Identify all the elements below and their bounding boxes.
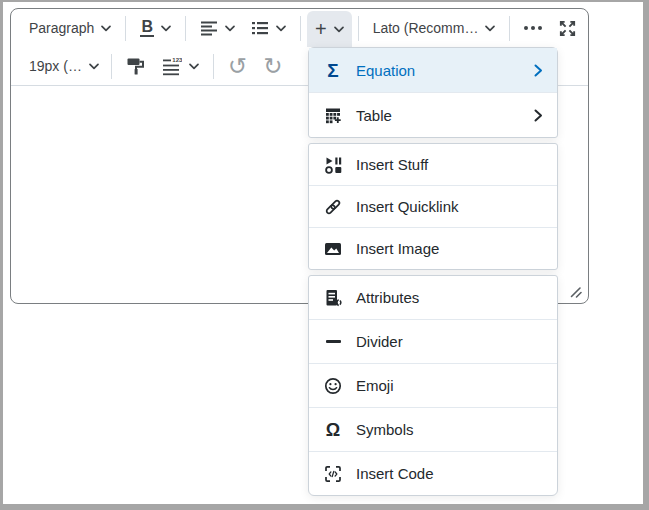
- chevron-down-icon: [189, 63, 199, 70]
- toolbar-separator: [185, 16, 186, 41]
- attributes-page-icon: [323, 289, 343, 307]
- menu-item-insert-quicklink[interactable]: Insert Quicklink: [309, 185, 557, 227]
- menu-item-insert-stuff[interactable]: Insert Stuff: [309, 144, 557, 185]
- menu-item-divider[interactable]: Divider: [309, 319, 557, 363]
- menu-item-label: Symbols: [356, 421, 414, 438]
- toolbar-row-1: Paragraph B: [11, 9, 588, 47]
- chevron-down-icon: [89, 63, 99, 70]
- editor-window: Paragraph B: [0, 0, 649, 510]
- menu-group-1: Σ Equation: [308, 47, 558, 138]
- image-icon: [323, 240, 343, 258]
- font-family-dropdown[interactable]: Lato (Recomm…: [365, 12, 503, 44]
- code-brackets-icon: [323, 465, 343, 483]
- menu-item-label: Equation: [356, 62, 415, 79]
- menu-item-label: Insert Image: [356, 240, 439, 257]
- resize-handle[interactable]: [569, 285, 583, 299]
- menu-item-label: Table: [356, 107, 392, 124]
- redo-button[interactable]: ↻: [255, 50, 290, 82]
- menu-item-label: Insert Stuff: [356, 156, 428, 173]
- toolbar-separator: [125, 16, 126, 41]
- toolbar-separator: [358, 16, 359, 41]
- list-dropdown-button[interactable]: [243, 12, 294, 44]
- menu-item-equation[interactable]: Σ Equation: [309, 48, 557, 92]
- chevron-right-icon: [534, 64, 543, 77]
- chevron-down-icon: [334, 26, 344, 33]
- menu-item-insert-image[interactable]: Insert Image: [309, 227, 557, 269]
- menu-item-label: Attributes: [356, 289, 419, 306]
- format-painter-icon: [126, 56, 146, 76]
- toolbar-separator: [213, 54, 214, 79]
- menu-item-attributes[interactable]: Attributes: [309, 276, 557, 319]
- format-painter-button[interactable]: [118, 50, 154, 82]
- menu-item-label: Insert Code: [356, 465, 434, 482]
- chevron-down-icon: [161, 25, 171, 32]
- undo-icon: ↺: [228, 55, 247, 78]
- menu-item-table[interactable]: Table: [309, 92, 557, 137]
- redo-icon: ↻: [263, 55, 282, 78]
- menu-item-label: Insert Quicklink: [356, 198, 459, 215]
- menu-group-2: Insert Stuff Insert Quicklink: [308, 143, 558, 270]
- alignment-dropdown-button[interactable]: [192, 12, 243, 44]
- font-size-label: 19px (…: [29, 58, 82, 74]
- line-numbers-icon: 123: [162, 56, 182, 76]
- chevron-down-icon: [485, 25, 495, 32]
- menu-item-emoji[interactable]: Emoji: [309, 363, 557, 407]
- chevron-down-icon: [225, 25, 235, 32]
- menu-item-insert-code[interactable]: Insert Code: [309, 451, 557, 495]
- font-size-dropdown[interactable]: 19px (…: [21, 50, 105, 82]
- fullscreen-button[interactable]: [550, 12, 585, 44]
- chevron-right-icon: [534, 109, 543, 122]
- align-left-icon: [200, 19, 218, 37]
- chevron-down-icon: [101, 25, 111, 32]
- smiley-icon: [323, 377, 343, 395]
- toolbar-right-group: [503, 12, 585, 44]
- svg-text:123: 123: [172, 57, 182, 63]
- menu-item-label: Divider: [356, 333, 403, 350]
- undo-button[interactable]: ↺: [220, 50, 255, 82]
- omega-icon: Ω: [323, 421, 343, 439]
- sigma-icon: Σ: [323, 61, 343, 80]
- menu-item-label: Emoji: [356, 377, 394, 394]
- ellipsis-icon: [524, 26, 542, 30]
- chevron-down-icon: [276, 25, 286, 32]
- bullet-list-icon: [251, 19, 269, 37]
- menu-group-3: Attributes Divider Emoji: [308, 275, 558, 496]
- insert-dropdown-menu: Σ Equation: [308, 47, 558, 496]
- insert-menu-button[interactable]: +: [307, 11, 352, 47]
- bold-dropdown-button[interactable]: B: [132, 12, 179, 44]
- menu-item-symbols[interactable]: Ω Symbols: [309, 407, 557, 451]
- fullscreen-icon: [558, 19, 577, 38]
- horizontal-line-icon: [323, 340, 343, 343]
- font-family-label: Lato (Recomm…: [373, 20, 479, 36]
- more-actions-button[interactable]: [516, 12, 550, 44]
- bold-icon: B: [140, 19, 154, 38]
- paragraph-format-dropdown[interactable]: Paragraph: [21, 12, 119, 44]
- chain-link-icon: [323, 198, 343, 216]
- line-numbers-dropdown[interactable]: 123: [154, 50, 207, 82]
- paragraph-format-label: Paragraph: [29, 20, 94, 36]
- toolbar-separator: [509, 16, 510, 41]
- media-stuff-icon: [323, 156, 343, 174]
- table-plus-icon: [323, 107, 343, 124]
- toolbar-separator: [300, 16, 301, 41]
- plus-icon: +: [315, 19, 327, 39]
- toolbar-separator: [111, 54, 112, 79]
